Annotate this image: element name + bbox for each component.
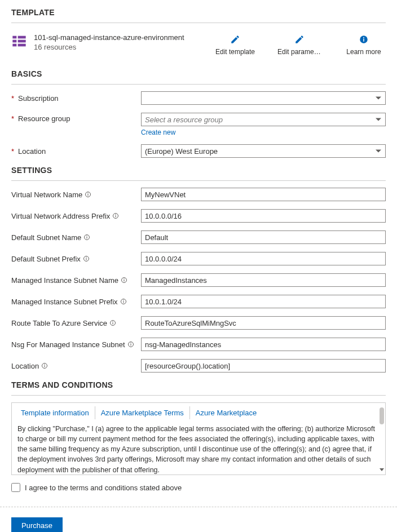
edit-parameters-label: Edit paramet…: [277, 48, 321, 56]
scrollbar-thumb[interactable]: [380, 407, 384, 424]
svg-point-11: [88, 193, 89, 193]
setting-input[interactable]: [141, 273, 386, 287]
info-icon[interactable]: [120, 298, 127, 305]
location-label: Location: [18, 147, 46, 156]
setting-label: Location: [11, 362, 39, 370]
svg-rect-7: [363, 39, 364, 42]
svg-rect-22: [124, 280, 125, 282]
setting-input[interactable]: [141, 316, 386, 330]
info-icon[interactable]: [85, 191, 91, 198]
svg-rect-31: [130, 344, 131, 346]
pencil-icon: [294, 33, 305, 46]
required-asterisk: *: [11, 94, 14, 103]
svg-rect-1: [18, 36, 26, 39]
setting-label: Managed Instance Subnet Name: [11, 276, 118, 285]
setting-input[interactable]: [141, 359, 386, 373]
template-summary-row: 101-sql-managed-instance-azure-environme…: [11, 30, 386, 64]
location-select[interactable]: (Europe) West Europe: [141, 144, 386, 158]
svg-rect-16: [87, 237, 87, 239]
setting-label: Managed Instance Subnet Prefix: [11, 298, 118, 306]
required-asterisk: *: [11, 147, 14, 156]
tab-azure-marketplace-terms[interactable]: Azure Marketplace Terms: [95, 406, 190, 419]
agree-terms-label: I agree to the terms and conditions stat…: [25, 484, 182, 492]
setting-label: Nsg For Managed Instance Subnet: [11, 340, 125, 349]
tab-template-information[interactable]: Template information: [15, 406, 95, 419]
settings-field-row: Virtual Network Address Prefix: [11, 209, 386, 223]
field-subscription: * Subscription: [11, 91, 386, 105]
template-resource-count: 16 resources: [34, 43, 206, 51]
svg-point-17: [87, 236, 87, 236]
section-title-template: TEMPLATE: [11, 8, 386, 20]
svg-rect-10: [88, 194, 89, 196]
edit-template-button[interactable]: Edit template: [213, 33, 257, 56]
terms-tabs: Template information Azure Marketplace T…: [12, 403, 385, 419]
resource-group-select[interactable]: Select a resource group: [141, 113, 386, 126]
edit-parameters-button[interactable]: Edit paramet…: [277, 33, 321, 56]
info-icon[interactable]: [109, 320, 116, 326]
svg-point-35: [45, 364, 45, 365]
info-icon[interactable]: [121, 277, 127, 283]
field-location: * Location (Europe) West Europe: [11, 144, 386, 158]
info-icon[interactable]: [41, 362, 48, 369]
svg-rect-0: [12, 36, 16, 39]
svg-point-20: [86, 257, 86, 258]
tab-azure-marketplace[interactable]: Azure Marketplace: [190, 406, 262, 419]
settings-field-row: Default Subnet Name: [11, 230, 386, 244]
info-icon[interactable]: [83, 234, 90, 241]
setting-input[interactable]: [141, 230, 386, 244]
section-title-terms: TERMS AND CONDITIONS: [11, 380, 386, 393]
divider: [11, 180, 386, 181]
required-asterisk: *: [11, 114, 14, 123]
agree-terms-checkbox[interactable]: [11, 483, 20, 492]
subscription-select[interactable]: [141, 91, 386, 105]
svg-rect-34: [45, 365, 45, 367]
learn-more-label: Learn more: [342, 48, 386, 56]
svg-rect-2: [12, 40, 16, 43]
section-title-basics: BASICS: [11, 69, 386, 82]
terms-and-conditions-box: Template information Azure Marketplace T…: [11, 402, 386, 475]
svg-point-29: [112, 321, 113, 322]
svg-rect-25: [123, 301, 123, 303]
divider: [11, 395, 386, 396]
svg-rect-19: [86, 258, 86, 260]
scroll-down-arrow-icon[interactable]: [380, 468, 384, 471]
svg-rect-28: [113, 322, 113, 325]
purchase-button[interactable]: Purchase: [11, 517, 63, 532]
setting-input[interactable]: [141, 295, 386, 308]
setting-label: Virtual Network Address Prefix: [11, 212, 110, 220]
settings-field-row: Managed Instance Subnet Name: [11, 273, 386, 287]
divider: [11, 84, 386, 85]
svg-point-14: [116, 214, 116, 215]
setting-input[interactable]: [141, 338, 386, 351]
setting-label: Virtual Network Name: [11, 190, 82, 199]
settings-field-row: Route Table To Azure Service: [11, 316, 386, 330]
settings-field-row: Default Subnet Prefix: [11, 252, 386, 265]
svg-point-8: [363, 37, 364, 38]
settings-field-row: Managed Instance Subnet Prefix: [11, 295, 386, 308]
svg-rect-3: [18, 40, 26, 43]
footer-bar: Purchase: [0, 507, 397, 532]
info-icon[interactable]: [112, 212, 119, 219]
create-new-resource-group-link[interactable]: Create new: [141, 128, 386, 136]
svg-rect-4: [12, 44, 16, 47]
settings-field-row: Virtual Network Name: [11, 188, 386, 201]
pencil-icon: [230, 33, 240, 46]
info-icon[interactable]: [127, 341, 134, 348]
setting-label: Default Subnet Name: [11, 233, 81, 242]
setting-input[interactable]: [141, 252, 386, 265]
setting-input[interactable]: [141, 209, 386, 223]
info-icon[interactable]: [83, 255, 90, 262]
template-tile-icon: [11, 33, 27, 49]
learn-more-button[interactable]: Learn more: [342, 33, 386, 56]
info-icon: [359, 33, 369, 46]
resource-group-label: Resource group: [18, 114, 70, 123]
svg-rect-13: [116, 215, 116, 218]
settings-field-row: Nsg For Managed Instance Subnet: [11, 338, 386, 351]
setting-label: Default Subnet Prefix: [11, 255, 81, 263]
section-title-settings: SETTINGS: [11, 166, 386, 178]
svg-rect-5: [18, 44, 26, 47]
edit-template-label: Edit template: [213, 48, 257, 56]
terms-body-text: By clicking "Purchase," I (a) agree to t…: [12, 419, 385, 475]
setting-input[interactable]: [141, 188, 386, 201]
subscription-label: Subscription: [18, 94, 59, 103]
